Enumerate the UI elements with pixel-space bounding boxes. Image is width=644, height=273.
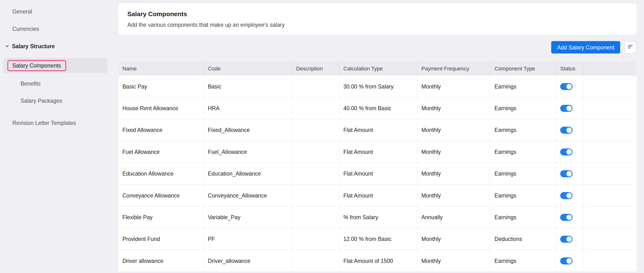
cell-calculation-type: Flat Amount of 1500: [339, 250, 417, 271]
cell-calculation-type: % from Salary: [339, 206, 417, 228]
cell-payment-frequency: Monthly: [417, 119, 490, 141]
cell-description: [292, 97, 339, 119]
cell-name: House Rent Allowance: [118, 97, 204, 119]
app-viewport: General Currencies Salary Structure Sala…: [0, 0, 644, 273]
cell-code: Fixed_Allowance: [204, 119, 292, 141]
table-row[interactable]: Conveyance Allowance Conveyance_Allowanc…: [118, 185, 636, 206]
cell-description: [292, 141, 339, 163]
table-row[interactable]: Education Allowance Education_Allowance …: [118, 163, 636, 184]
table-row[interactable]: Flexible Pay Variable_Pay % from Salary …: [118, 206, 636, 228]
cell-description: [292, 163, 339, 184]
filter-button[interactable]: [624, 41, 636, 54]
cell-payment-frequency: Monthly: [417, 163, 490, 184]
cell-status: [556, 141, 584, 163]
sidebar-item-salary-packages[interactable]: Salary Packages: [0, 92, 111, 110]
column-header: Status: [556, 61, 584, 76]
cell-code: Basic: [204, 76, 292, 97]
cell-status: [556, 119, 584, 141]
sidebar-item-revision-letter-templates[interactable]: Revision Letter Templates: [0, 114, 111, 132]
table-body: Basic Pay Basic 30.00 % from Salary Mont…: [118, 76, 636, 272]
cell-actions: [584, 185, 636, 206]
cell-actions: [584, 76, 636, 97]
status-toggle[interactable]: [560, 257, 572, 264]
table-header-row: NameCodeDescriptionCalculation TypePayme…: [118, 61, 636, 76]
cell-description: [292, 119, 339, 141]
cell-description: [292, 228, 339, 250]
status-toggle[interactable]: [560, 192, 572, 199]
cell-description: [292, 76, 339, 97]
cell-status: [556, 76, 584, 97]
cell-calculation-type: Flat Amount: [339, 163, 417, 184]
chevron-down-icon: [5, 44, 9, 48]
table-row[interactable]: House Rent Allowance HRA 40.00 % from Ba…: [118, 97, 636, 119]
cell-calculation-type: Flat Amount: [339, 141, 417, 163]
cell-description: [292, 185, 339, 206]
sidebar-item-salary-structure[interactable]: Salary Structure: [0, 37, 111, 55]
cell-name: Provident Fund: [118, 228, 204, 250]
status-toggle[interactable]: [560, 148, 572, 155]
column-header: Description: [292, 61, 339, 76]
cell-component-type: Earnings: [490, 206, 556, 228]
table-row[interactable]: Fuel Allowance Fuel_Allowance Flat Amoun…: [118, 141, 636, 163]
cell-status: [556, 97, 584, 119]
column-header: Component Type: [490, 61, 556, 76]
cell-component-type: Deductions: [490, 228, 556, 250]
status-toggle[interactable]: [560, 235, 572, 242]
status-toggle[interactable]: [560, 83, 572, 90]
cell-name: Flexible Pay: [118, 206, 204, 228]
table-row[interactable]: Provident Fund PF 12.00 % from Basic Mon…: [118, 228, 636, 250]
cell-code: Fuel_Allowance: [204, 141, 292, 163]
cell-payment-frequency: Monthly: [417, 76, 490, 97]
status-toggle[interactable]: [560, 105, 572, 112]
cell-actions: [584, 228, 636, 250]
cell-component-type: Earnings: [490, 141, 556, 163]
settings-page: General Currencies Salary Structure Sala…: [0, 0, 644, 273]
cell-description: [292, 250, 339, 271]
cell-name: Driver allowance: [118, 250, 204, 271]
cell-name: Basic Pay: [118, 76, 204, 97]
sidebar-item-benefits[interactable]: Benefits: [0, 75, 111, 92]
cell-calculation-type: 40.00 % from Basic: [339, 97, 417, 119]
cell-status: [556, 228, 584, 250]
add-salary-component-button[interactable]: Add Salary Component: [551, 41, 620, 54]
cell-name: Conveyance Allowance: [118, 185, 204, 206]
cell-name: Fixed Allowance: [118, 119, 204, 141]
cell-component-type: Earnings: [490, 97, 556, 119]
cell-actions: [584, 141, 636, 163]
table-row[interactable]: Fixed Allowance Fixed_Allowance Flat Amo…: [118, 119, 636, 141]
cell-payment-frequency: Monthly: [417, 141, 490, 163]
cell-name: Education Allowance: [118, 163, 204, 184]
status-toggle[interactable]: [560, 126, 572, 133]
status-toggle[interactable]: [560, 214, 572, 221]
cell-payment-frequency: Monthly: [417, 228, 490, 250]
table-row[interactable]: Driver allowance Driver_allowance Flat A…: [118, 250, 636, 272]
column-header: [584, 61, 636, 76]
cell-code: Variable_Pay: [204, 206, 292, 228]
table-row[interactable]: Basic Pay Basic 30.00 % from Salary Mont…: [118, 76, 636, 97]
cell-code: Education_Allowance: [204, 163, 292, 184]
status-toggle[interactable]: [560, 170, 572, 177]
sidebar-item-salary-components[interactable]: Salary Components: [3, 58, 108, 73]
page-subtitle: Add the various components that make up …: [128, 22, 628, 28]
cell-status: [556, 185, 584, 206]
cell-component-type: Earnings: [490, 185, 556, 206]
column-header: Calculation Type: [339, 61, 417, 76]
cell-calculation-type: Flat Amount: [339, 185, 417, 206]
cell-actions: [584, 119, 636, 141]
cell-component-type: Earnings: [490, 76, 556, 97]
sidebar-item-currencies[interactable]: Currencies: [0, 20, 111, 38]
cell-code: PF: [204, 228, 292, 250]
cell-code: Driver_allowance: [204, 250, 292, 271]
cell-payment-frequency: Monthly: [417, 185, 490, 206]
main-content: Salary Components Add the various compon…: [118, 0, 636, 272]
settings-sidebar: General Currencies Salary Structure Sala…: [0, 0, 111, 132]
cell-calculation-type: 12.00 % from Basic: [339, 228, 417, 250]
filter-lines-icon: [627, 43, 634, 51]
page-title: Salary Components: [128, 10, 628, 18]
cell-status: [556, 206, 584, 228]
salary-components-table: NameCodeDescriptionCalculation TypePayme…: [118, 61, 636, 272]
sidebar-item-general[interactable]: General: [0, 3, 111, 20]
cell-component-type: Earnings: [490, 250, 556, 271]
cell-code: Conveyance_Allowance: [204, 185, 292, 206]
cell-component-type: Earnings: [490, 119, 556, 141]
